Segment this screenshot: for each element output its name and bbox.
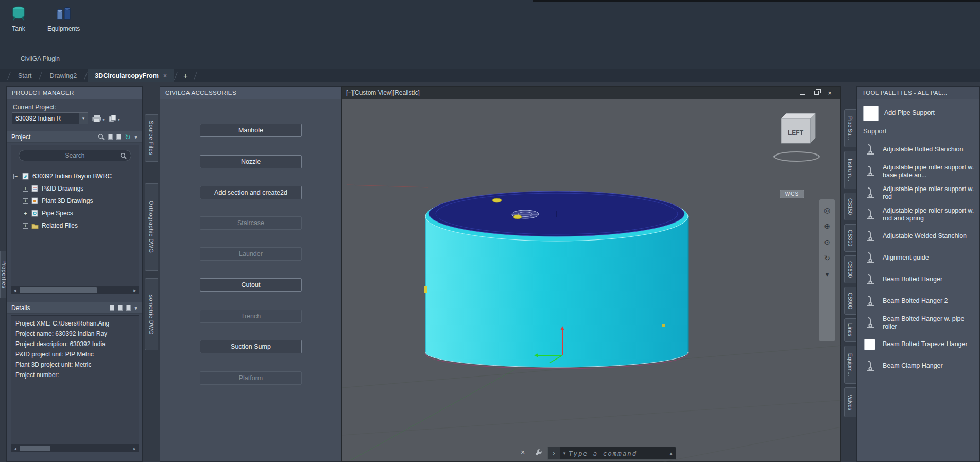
palette-item-beam-clamp-hanger[interactable]: Beam Clamp Hanger bbox=[862, 355, 976, 377]
close-icon[interactable]: × bbox=[823, 88, 836, 98]
expand-command-icon[interactable]: ▴ bbox=[666, 451, 676, 456]
tab-3dcircularcopyfrom[interactable]: 3DCircularcopyFrom × bbox=[88, 69, 174, 82]
add-section-create2d-button[interactable]: Add section and create2d bbox=[200, 186, 302, 199]
search-icon[interactable] bbox=[98, 133, 105, 140]
viewport-view-controls[interactable]: [−][Custom View][Realistic] bbox=[346, 89, 796, 96]
palette-item-adjustable-pipe-roller-base-plate[interactable]: Adjustable pipe roller support w. base p… bbox=[862, 161, 976, 182]
palette-tab-equipment[interactable]: Equipm... bbox=[844, 346, 856, 384]
refresh-icon[interactable]: ↻ bbox=[125, 133, 131, 141]
navigation-bar[interactable]: ◎ ⊕ ⊙ ↻ ▾ bbox=[819, 199, 835, 341]
palette-item-beam-bolted-hanger-pipe-roller[interactable]: Beam Bolted Hanger w. pipe roller bbox=[862, 312, 976, 334]
preview-icon[interactable] bbox=[118, 305, 123, 311]
scroll-right-icon[interactable]: ▸ bbox=[131, 286, 139, 294]
palette-item-alignment-guide[interactable]: Alignment guide bbox=[862, 247, 976, 269]
launder-button[interactable]: Launder bbox=[200, 247, 302, 261]
palette-tab-lines[interactable]: Lines bbox=[844, 318, 856, 342]
horizontal-scrollbar[interactable]: ◂ ▸ bbox=[11, 286, 139, 294]
palette-item-beam-bolted-hanger[interactable]: Beam Bolted Hanger bbox=[862, 269, 976, 290]
report-icon[interactable] bbox=[126, 305, 131, 311]
viewport-window[interactable]: [−][Custom View][Realistic] × bbox=[341, 86, 841, 462]
cutout-button[interactable]: Cutout bbox=[200, 278, 302, 292]
attach-drawing-icon[interactable] bbox=[116, 134, 121, 140]
command-prompt-icon[interactable]: › bbox=[548, 447, 560, 459]
command-line[interactable]: › ▾ ▴ bbox=[547, 447, 676, 460]
new-tab-button[interactable]: + bbox=[178, 69, 194, 82]
tab-isometric-dwg[interactable]: Isometric DWG bbox=[145, 278, 158, 350]
tree-item-pid-drawings[interactable]: + P&ID Drawings bbox=[13, 182, 136, 195]
expand-icon[interactable]: + bbox=[23, 198, 28, 204]
steering-wheel-icon[interactable]: ◎ bbox=[821, 204, 833, 216]
palette-tab-cs600[interactable]: CS600 bbox=[844, 255, 856, 283]
scroll-left-icon[interactable]: ◂ bbox=[11, 286, 19, 294]
nozzle-button[interactable]: Nozzle bbox=[200, 155, 302, 168]
suction-sump-button[interactable]: Suction Sump bbox=[200, 340, 302, 353]
recent-commands-icon[interactable]: ▾ bbox=[560, 451, 569, 456]
print-project-button[interactable]: ▾ bbox=[92, 115, 105, 122]
viewcube[interactable]: LEFT bbox=[771, 107, 820, 164]
detail-line: Project description: 630392 India bbox=[15, 340, 136, 351]
current-project-select[interactable]: 630392 Indian R ▾ bbox=[12, 112, 88, 124]
tree-item-pipe-specs[interactable]: + Pipe Specs bbox=[13, 207, 136, 219]
zoom-icon[interactable]: ⊙ bbox=[821, 236, 833, 248]
palette-item-label: Adjustable pipe roller support w. rod bbox=[883, 185, 976, 201]
chevron-down-icon[interactable]: ▾ bbox=[134, 304, 137, 312]
wcs-selector[interactable]: WCS bbox=[780, 190, 804, 198]
expand-icon[interactable]: + bbox=[23, 211, 28, 216]
equipments-tool-button[interactable]: Equipments bbox=[47, 4, 80, 32]
tree-item-label: Related Files bbox=[42, 222, 78, 229]
3d-scene[interactable] bbox=[342, 99, 841, 462]
chevron-down-icon[interactable]: ▾ bbox=[79, 113, 88, 124]
detail-view-icon[interactable] bbox=[110, 305, 114, 311]
collapse-icon[interactable]: − bbox=[13, 174, 19, 179]
minimize-icon[interactable] bbox=[796, 88, 810, 98]
scroll-left-icon[interactable]: ◂ bbox=[11, 444, 19, 452]
scroll-right-icon[interactable]: ▸ bbox=[131, 444, 139, 452]
manhole-button[interactable]: Manhole bbox=[200, 124, 302, 137]
tree-item-plant3d-drawings[interactable]: + Plant 3D Drawings bbox=[13, 195, 136, 207]
close-command-icon[interactable]: × bbox=[521, 448, 525, 456]
project-search-input[interactable] bbox=[19, 150, 131, 161]
palette-item-adjustable-pipe-roller-rod-spring[interactable]: Adjustable pipe roller support w. rod an… bbox=[862, 204, 976, 226]
palette-tab-cs900[interactable]: CS900 bbox=[844, 287, 856, 315]
scrollbar-thumb[interactable] bbox=[20, 446, 50, 451]
palette-item-add-pipe-support[interactable]: Add Pipe Support bbox=[863, 106, 976, 121]
palette-tab-cs150[interactable]: CS150 bbox=[844, 193, 856, 220]
palette-tab-valves[interactable]: Valves bbox=[844, 387, 856, 417]
command-input[interactable] bbox=[569, 450, 666, 457]
navbar-more-icon[interactable]: ▾ bbox=[821, 268, 833, 280]
palette-tab-cs300[interactable]: CS300 bbox=[844, 224, 856, 252]
copy-project-button[interactable]: ▾ bbox=[109, 115, 120, 122]
platform-button[interactable]: Platform bbox=[200, 371, 302, 385]
palette-item-label: Alignment guide bbox=[883, 254, 929, 262]
palette-item-adjustable-pipe-roller-rod[interactable]: Adjustable pipe roller support w. rod bbox=[862, 182, 976, 204]
tank-tool-button[interactable]: Tank bbox=[9, 4, 28, 32]
pan-icon[interactable]: ⊕ bbox=[821, 220, 833, 232]
tab-drawing2[interactable]: Drawing2 bbox=[42, 69, 84, 82]
palette-tab-pipe-supports[interactable]: Pipe Su... bbox=[844, 109, 856, 147]
close-tab-icon[interactable]: × bbox=[163, 72, 167, 79]
customize-wrench-icon[interactable] bbox=[535, 449, 542, 458]
restore-icon[interactable] bbox=[810, 88, 823, 98]
tree-item-project-root[interactable]: − 630392 Indian Rayon BWRC bbox=[13, 170, 136, 182]
palette-item-beam-bolted-trapeze-hanger[interactable]: Beam Bolted Trapeze Hanger bbox=[862, 334, 976, 355]
new-drawing-icon[interactable] bbox=[108, 134, 113, 140]
tab-source-files[interactable]: Source Files bbox=[145, 114, 158, 162]
palette-item-label: Beam Clamp Hanger bbox=[883, 362, 943, 370]
palette-item-beam-bolted-hanger-2[interactable]: Beam Bolted Hanger 2 bbox=[862, 290, 976, 312]
scrollbar-thumb[interactable] bbox=[20, 287, 97, 293]
viewcube-face-label[interactable]: LEFT bbox=[788, 129, 804, 136]
palette-item-adjustable-bolted-stanchion[interactable]: Adjustable Bolted Stanchion bbox=[862, 139, 976, 161]
palette-tab-instrumentation[interactable]: Instrum... bbox=[844, 151, 856, 189]
staircase-button[interactable]: Staircase bbox=[200, 216, 302, 230]
expand-icon[interactable]: + bbox=[23, 186, 28, 192]
horizontal-scrollbar[interactable]: ◂ ▸ bbox=[11, 444, 139, 452]
expand-icon[interactable]: + bbox=[23, 223, 28, 229]
tree-item-related-files[interactable]: + Related Files bbox=[13, 219, 136, 232]
palette-item-adjustable-welded-stanchion[interactable]: Adjustable Welded Stanchion bbox=[862, 226, 976, 247]
chevron-down-icon[interactable]: ▾ bbox=[134, 133, 137, 141]
tab-orthographic-dwg[interactable]: Orthographic DWG bbox=[145, 183, 158, 271]
add-pipe-support-icon bbox=[863, 106, 879, 121]
tab-start[interactable]: Start bbox=[11, 69, 39, 82]
trench-button[interactable]: Trench bbox=[200, 310, 302, 323]
orbit-icon[interactable]: ↻ bbox=[821, 252, 833, 264]
